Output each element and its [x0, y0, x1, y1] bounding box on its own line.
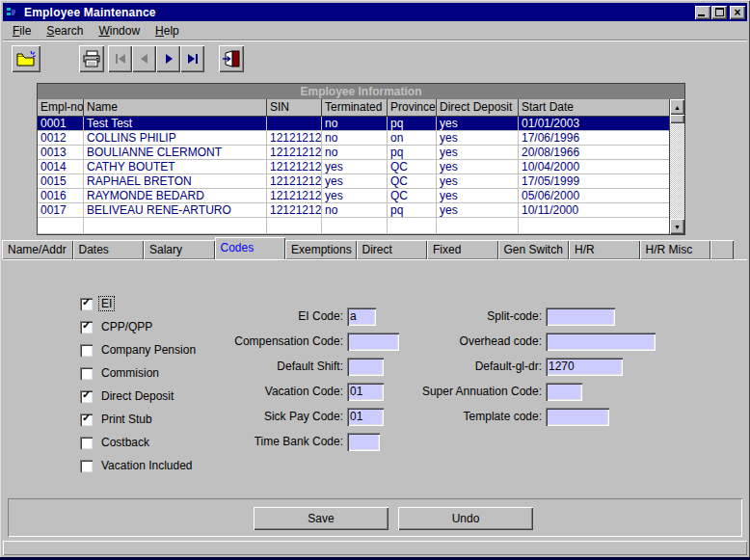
table-row-filler — [38, 218, 669, 234]
tab-dates[interactable]: Dates — [73, 240, 145, 259]
tab-strip: Name/AddrDatesSalaryCodesExemptionsDirec… — [2, 237, 748, 259]
table-cell-empty — [437, 218, 519, 234]
table-cell: 10/11/2000 — [519, 203, 669, 218]
menu-item-window[interactable]: Window — [91, 22, 147, 40]
tab-exemptions[interactable]: Exemptions — [285, 240, 357, 259]
title-bar: Employee Maintenance × — [3, 3, 747, 21]
table-cell: 0017 — [38, 203, 84, 218]
table-cell: 12121212 — [267, 146, 322, 160]
field-label: Compensation Code: — [145, 334, 347, 348]
table-row[interactable]: 0013BOULIANNE CLERMONT12121212nopqyes20/… — [38, 146, 669, 160]
tab-codes[interactable]: Codes — [215, 237, 286, 259]
checkbox-label: EI — [99, 297, 114, 310]
table-cell: on — [388, 131, 437, 146]
tab-salary[interactable]: Salary — [144, 240, 215, 259]
last-arrow-icon — [185, 52, 201, 66]
checkbox-costback[interactable] — [80, 437, 93, 449]
field-box — [546, 383, 582, 401]
table-cell: 12121212 — [267, 131, 322, 146]
field-label: Time Bank Code: — [145, 435, 347, 448]
close-button[interactable]: × — [730, 6, 745, 19]
table-cell: yes — [322, 174, 388, 189]
table-cell: QC — [388, 160, 437, 174]
checkbox-label: Costback — [99, 436, 151, 449]
status-bar — [3, 541, 747, 555]
exit-button[interactable] — [219, 45, 244, 72]
checkbox-direct-deposit[interactable]: ✓ — [80, 390, 93, 403]
checkbox-print-stub[interactable]: ✓ — [80, 413, 93, 426]
checkbox-label: Vacation Included — [99, 459, 195, 472]
right-fields-column: Split-code:Overhead code:Default-gl-dr:S… — [343, 304, 656, 429]
field-overhead-code[interactable] — [548, 334, 654, 347]
menu-item-search[interactable]: Search — [39, 22, 91, 40]
checkmark-icon: ✓ — [82, 319, 91, 332]
field-split-code[interactable] — [548, 309, 613, 322]
table-cell: RAPHAEL BRETON — [84, 174, 267, 189]
menu-item-help[interactable]: Help — [147, 22, 187, 40]
previous-record-button[interactable] — [132, 45, 156, 72]
employee-maintenance-window: Employee Maintenance × FileSearchWindowH… — [0, 0, 750, 560]
table-cell: 0014 — [38, 160, 84, 174]
table-cell: 0001 — [38, 117, 84, 131]
column-header-sin: SIN — [267, 99, 322, 116]
field-super-annuation-code[interactable] — [548, 385, 580, 397]
field-template-code[interactable] — [548, 410, 607, 422]
maximize-button[interactable] — [711, 6, 727, 19]
field-row-time-bank-code: Time Bank Code: — [145, 429, 399, 454]
tab-fixed[interactable]: Fixed — [427, 240, 498, 259]
checkmark-icon: ✓ — [82, 296, 91, 308]
field-box — [546, 408, 609, 426]
table-cell: CATHY BOUTET — [84, 160, 267, 174]
table-cell: QC — [388, 174, 437, 189]
field-row-template-code: Template code: — [343, 404, 656, 429]
field-box — [546, 358, 623, 376]
table-cell: yes — [437, 146, 519, 160]
tab-h-r-misc[interactable]: H/R Misc — [640, 240, 711, 259]
table-cell: COLLINS PHILIP — [84, 131, 267, 146]
table-row[interactable]: 0014CATHY BOUTET12121212yesQCyes10/04/20… — [38, 160, 669, 174]
scroll-track[interactable] — [670, 123, 684, 219]
tab-h-r[interactable]: H/R — [569, 240, 640, 259]
table-row[interactable]: 0017BELIVEAU RENE-ARTURO12121212nopqyes1… — [38, 203, 669, 218]
tab-gen-switch[interactable]: Gen Switch — [498, 240, 570, 259]
field-row-overhead-code: Overhead code: — [343, 329, 656, 354]
field-time-bank-code[interactable] — [349, 435, 378, 447]
table-cell: Test Test — [84, 117, 267, 131]
checkbox-ei[interactable]: ✓ — [80, 298, 93, 310]
first-record-button[interactable] — [108, 45, 132, 72]
codes-panel: ✓EI✓CPP/QPPCompany PensionCommision✓Dire… — [3, 259, 747, 496]
checkbox-commision[interactable] — [80, 367, 93, 380]
next-record-button[interactable] — [156, 45, 180, 72]
table-row[interactable]: 0012COLLINS PHILIP12121212noonyes17/06/1… — [38, 131, 669, 146]
scroll-thumb[interactable] — [670, 115, 684, 123]
checkbox-vacation-included[interactable] — [80, 460, 93, 472]
field-label: Overhead code: — [343, 334, 546, 348]
table-row[interactable]: 0015RAPHAEL BRETON12121212yesQCyes17/05/… — [38, 174, 669, 189]
scroll-up-button[interactable]: ▲ — [670, 99, 684, 115]
table-cell: 20/08/1966 — [519, 146, 669, 160]
field-label: Split-code: — [343, 309, 546, 323]
save-button[interactable]: Save — [254, 507, 388, 530]
field-label: EI Code: — [145, 309, 347, 323]
table-row[interactable]: 0001Test Testnopqyes01/01/2003 — [38, 117, 669, 131]
checkmark-icon: ✓ — [82, 412, 91, 424]
table-cell: yes — [437, 203, 519, 218]
checkbox-company-pension[interactable] — [80, 344, 93, 357]
tab-name-addr[interactable]: Name/Addr — [2, 240, 73, 259]
column-header-direct-deposit: Direct Deposit — [437, 99, 519, 116]
checkbox-cpp-qpp[interactable]: ✓ — [80, 321, 93, 333]
table-row[interactable]: 0016RAYMONDE BEDARD12121212yesQCyes05/06… — [38, 189, 669, 203]
table-cell-empty — [267, 218, 322, 234]
last-record-button[interactable] — [180, 45, 204, 72]
print-button[interactable] — [79, 45, 104, 72]
table-cell-empty — [84, 218, 267, 234]
table-cell: no — [322, 131, 388, 146]
scroll-down-button[interactable]: ▼ — [670, 219, 684, 234]
field-default-gl-dr[interactable] — [548, 360, 621, 372]
new-record-button[interactable] — [12, 45, 40, 72]
menu-item-file[interactable]: File — [5, 22, 39, 40]
tab-direct[interactable]: Direct — [357, 240, 428, 259]
minimize-button[interactable] — [695, 6, 710, 19]
table-cell-empty — [38, 218, 84, 234]
undo-button[interactable]: Undo — [398, 507, 533, 530]
